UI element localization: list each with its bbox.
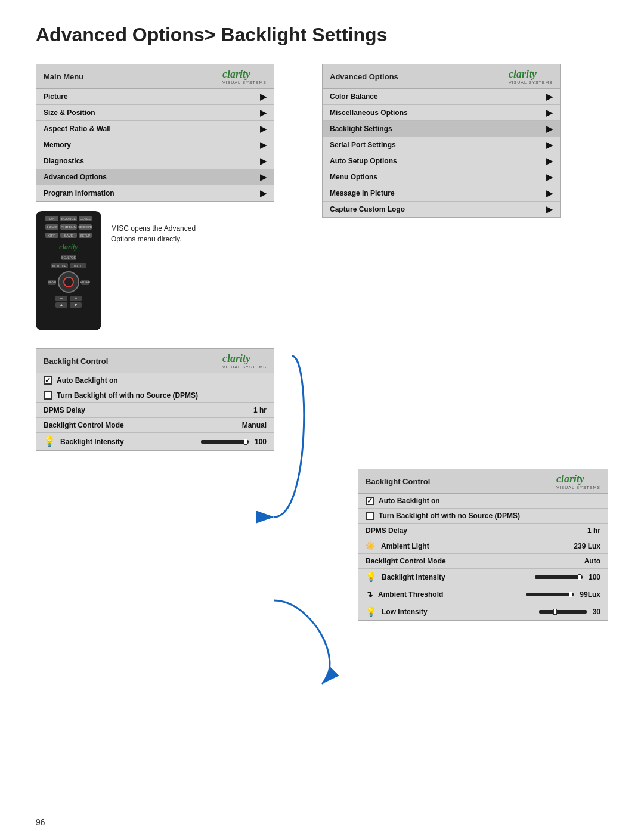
main-menu-item-memory[interactable]: Memory ▶ bbox=[36, 137, 274, 153]
lamp-icon-2: 💡 bbox=[366, 572, 377, 583]
arrow-icon: ▶ bbox=[260, 124, 267, 134]
backlight-control-2-panel: Backlight Control clarity VISUAL SYSTEMS… bbox=[358, 469, 608, 621]
left-column: Main Menu clarity VISUAL SYSTEMS Picture… bbox=[36, 64, 286, 330]
bc1-intensity-value: 100 bbox=[255, 438, 267, 446]
main-menu-item-diagnostics[interactable]: Diagnostics ▶ bbox=[36, 153, 274, 169]
intensity-slider-1[interactable] bbox=[201, 440, 249, 444]
bc2-ambient-threshold[interactable]: ↴ Ambient Threshold 99Lux bbox=[358, 586, 608, 603]
backlight-1-logo: clarity VISUAL SYSTEMS bbox=[222, 352, 267, 369]
page-title: Advanced Options> Backlight Settings bbox=[36, 24, 608, 46]
arrow-icon: ▶ bbox=[260, 108, 267, 117]
advanced-options-panel: Advanced Options clarity VISUAL SYSTEMS … bbox=[322, 64, 561, 218]
threshold-slider[interactable] bbox=[526, 593, 574, 596]
lamp-icon-1: 💡 bbox=[44, 436, 55, 447]
arrow-icon: ▶ bbox=[260, 156, 267, 166]
bc2-intensity[interactable]: 💡 Backlight Intensity 100 bbox=[358, 569, 608, 586]
backlight-control-1-panel: Backlight Control clarity VISUAL SYSTEMS… bbox=[36, 348, 274, 451]
advanced-options-title: Advanced Options bbox=[330, 72, 398, 81]
backlight-control-1-column: Backlight Control clarity VISUAL SYSTEMS… bbox=[36, 348, 286, 451]
arrow-icon: ▶ bbox=[546, 156, 553, 166]
right-column: Advanced Options clarity VISUAL SYSTEMS … bbox=[322, 64, 572, 218]
page-number: 96 bbox=[36, 817, 45, 827]
lamp-icon-3: 💡 bbox=[366, 606, 377, 617]
checkbox-auto-backlight-1[interactable]: ✓ bbox=[44, 376, 52, 385]
bc2-dpms-delay: DPMS Delay 1 hr bbox=[358, 524, 608, 538]
main-menu-panel: Main Menu clarity VISUAL SYSTEMS Picture… bbox=[36, 64, 274, 202]
arrow-icon: ▶ bbox=[546, 124, 553, 134]
arrow-icon: ▶ bbox=[546, 172, 553, 182]
backlight-control-2-column: Backlight Control clarity VISUAL SYSTEMS… bbox=[358, 469, 608, 621]
ao-item-message[interactable]: Message in Picture ▶ bbox=[323, 185, 560, 202]
main-menu-item-program[interactable]: Program Information ▶ bbox=[36, 185, 274, 201]
main-menu-logo: clarity VISUAL SYSTEMS bbox=[222, 68, 267, 85]
intensity-slider-2[interactable] bbox=[535, 575, 583, 579]
bc2-low-intensity[interactable]: 💡 Low Intensity 30 bbox=[358, 603, 608, 620]
backlight-2-title: Backlight Control bbox=[366, 477, 430, 486]
low-intensity-slider[interactable] bbox=[539, 610, 587, 614]
main-menu-item-advanced[interactable]: Advanced Options ▶ bbox=[36, 169, 274, 185]
remote-control: ON SOURCE LEVEL LAMP CURTAIN FREEZE OFF … bbox=[36, 211, 101, 330]
bc2-intensity-value: 100 bbox=[589, 573, 600, 581]
sun-icon: ☀️ bbox=[366, 541, 375, 550]
bc2-threshold-value: 99Lux bbox=[580, 590, 600, 599]
bc2-mode-value: Auto bbox=[584, 557, 600, 565]
ao-item-backlight[interactable]: Backlight Settings ▶ bbox=[323, 121, 560, 137]
backlight-1-title: Backlight Control bbox=[44, 357, 108, 366]
bc2-turn-backlight-off[interactable]: Turn Backlight off with no Source (DPMS) bbox=[358, 509, 608, 524]
main-menu-title: Main Menu bbox=[44, 72, 83, 81]
bc2-ambient-value: 239 Lux bbox=[574, 542, 600, 550]
bc1-intensity[interactable]: 💡 Backlight Intensity 100 bbox=[36, 433, 274, 450]
arrow-icon: ▶ bbox=[546, 92, 553, 101]
bc1-dpms-delay: DPMS Delay 1 hr bbox=[36, 403, 274, 418]
ao-item-capture[interactable]: Capture Custom Logo ▶ bbox=[323, 202, 560, 217]
arrow-icon: ▶ bbox=[260, 92, 267, 101]
advanced-options-logo: clarity VISUAL SYSTEMS bbox=[509, 68, 553, 85]
ao-item-color[interactable]: Color Balance ▶ bbox=[323, 89, 560, 105]
arrow-icon: ▶ bbox=[260, 140, 267, 150]
backlight-2-logo: clarity VISUAL SYSTEMS bbox=[556, 473, 600, 490]
arrow-icon: ▶ bbox=[546, 205, 553, 214]
arrow-icon: ▶ bbox=[546, 108, 553, 117]
ao-item-auto[interactable]: Auto Setup Options ▶ bbox=[323, 153, 560, 169]
bc2-control-mode: Backlight Control Mode Auto bbox=[358, 554, 608, 569]
bc1-dpms-value: 1 hr bbox=[253, 406, 267, 414]
callout-text: MISC opens the Advanced Options menu dir… bbox=[111, 211, 206, 244]
ao-item-misc[interactable]: Miscellaneous Options ▶ bbox=[323, 105, 560, 121]
ao-item-menu[interactable]: Menu Options ▶ bbox=[323, 169, 560, 185]
bc1-mode-value: Manual bbox=[242, 421, 267, 429]
checkbox-auto-backlight-2[interactable]: ✓ bbox=[366, 497, 374, 505]
bc2-dpms-value: 1 hr bbox=[587, 527, 600, 535]
main-menu-item-size[interactable]: Size & Position ▶ bbox=[36, 105, 274, 121]
bc2-ambient-light: ☀️ Ambient Light 239 Lux bbox=[358, 538, 608, 554]
checkbox-turn-off-1[interactable] bbox=[44, 391, 52, 400]
bc2-auto-backlight[interactable]: ✓ Auto Backlight on bbox=[358, 494, 608, 509]
bc1-auto-backlight[interactable]: ✓ Auto Backlight on bbox=[36, 373, 274, 388]
bc1-turn-backlight-off[interactable]: Turn Backlight off with no Source (DPMS) bbox=[36, 388, 274, 403]
bc1-control-mode: Backlight Control Mode Manual bbox=[36, 418, 274, 433]
bc2-low-value: 30 bbox=[593, 608, 600, 616]
arrow-icon: ▶ bbox=[260, 188, 267, 198]
ao-item-serial[interactable]: Serial Port Settings ▶ bbox=[323, 137, 560, 153]
checkbox-turn-off-2[interactable] bbox=[366, 512, 374, 520]
main-menu-item-aspect[interactable]: Aspect Ratio & Wall ▶ bbox=[36, 121, 274, 137]
arrow-icon: ▶ bbox=[546, 140, 553, 150]
main-menu-item-picture[interactable]: Picture ▶ bbox=[36, 89, 274, 105]
arrow-icon: ▶ bbox=[546, 188, 553, 198]
threshold-icon: ↴ bbox=[366, 589, 373, 600]
arrow-icon: ▶ bbox=[260, 172, 267, 182]
